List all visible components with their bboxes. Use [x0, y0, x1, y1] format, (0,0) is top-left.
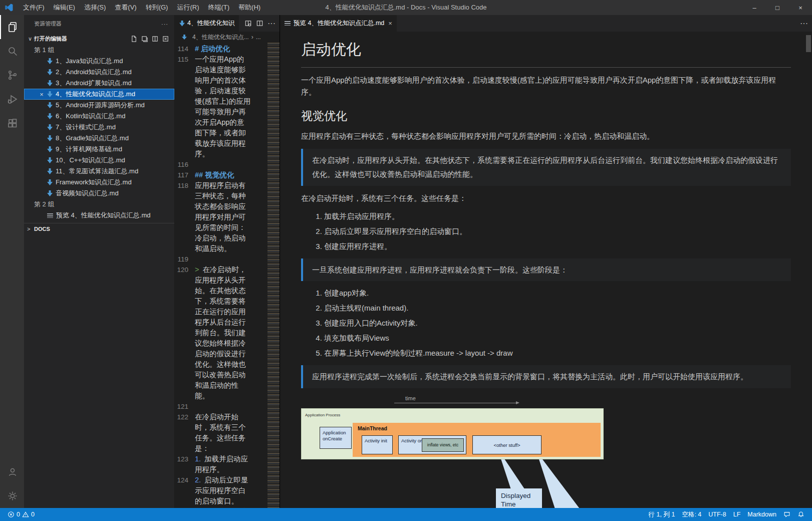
open-editor-item[interactable]: 3、Android扩展知识点.md [24, 78, 174, 89]
list-item: 创建应用入口的Activity对象. [324, 318, 791, 328]
minimap[interactable] [267, 43, 280, 508]
list-item: 填充加载布局Views [324, 333, 791, 343]
open-editors-section[interactable]: ∨ 打开的编辑器 [24, 33, 174, 45]
docs-folder-section[interactable]: > DOCS [24, 223, 174, 234]
search-icon[interactable] [0, 39, 24, 63]
split-layout-icon[interactable] [151, 35, 159, 43]
preview-h2: 视觉优化 [301, 108, 791, 124]
explorer-sidebar: 资源管理器 ··· ∨ 打开的编辑器 第 1 组 1、Java知识点汇总.md [24, 15, 174, 508]
application-process-label: Application Process [305, 413, 340, 417]
account-icon[interactable] [0, 460, 24, 484]
markdown-file-icon [47, 124, 53, 130]
other-stuff-box: <other stuff> [472, 435, 542, 454]
mainthread-box: MainThread Activity init Activity onCrea… [353, 423, 601, 457]
close-window-button[interactable]: × [789, 0, 812, 15]
source-control-icon[interactable] [0, 63, 24, 87]
open-editor-item[interactable]: 7、设计模式汇总.md [24, 122, 174, 133]
application-process-box: Application Process Application onCreate… [301, 408, 604, 459]
markdown-file-icon [47, 135, 53, 141]
save-all-icon[interactable] [141, 35, 148, 43]
code-editor[interactable]: 114# 启动优化 115一个应用App的启动速度能够影响用户的首次体验，启动速… [175, 43, 280, 508]
error-icon [8, 511, 15, 518]
maximize-button[interactable]: □ [766, 0, 789, 15]
markdown-file-icon [47, 91, 53, 97]
split-editor-icon[interactable] [256, 20, 263, 27]
markdown-file-icon [47, 179, 53, 185]
open-editor-item[interactable]: 6、Kotlin知识点汇总.md [24, 111, 174, 122]
sidebar-title: 资源管理器 [34, 20, 62, 28]
menu-goto[interactable]: 转到(G) [141, 0, 173, 15]
markdown-file-icon [47, 168, 53, 174]
preview-file-icon [285, 21, 291, 26]
open-editor-item-active[interactable]: × 4、性能优化知识点汇总.md [24, 89, 174, 100]
new-untitled-file-icon[interactable] [130, 35, 138, 43]
close-icon[interactable]: × [388, 20, 392, 27]
problems-indicator[interactable]: 0 0 [4, 508, 38, 521]
editor-more-actions-icon[interactable]: ··· [267, 19, 276, 28]
close-all-editors-icon[interactable] [162, 35, 169, 43]
preview-pane: 预览 4、性能优化知识点汇总.md × ··· 启动优化 一个应用App的启动速… [280, 15, 812, 508]
list-item: 创建app对象. [324, 288, 791, 298]
language-mode[interactable]: Markdown [744, 508, 780, 521]
preview-ordered-list: 加载并启动应用程序。 启动后立即显示应用程序空白的启动窗口。 创建应用程序进程。 [301, 211, 791, 251]
application-oncreate-box: Application onCreate [320, 427, 352, 449]
open-editor-item[interactable]: 11、常见面试算法题汇总.md [24, 166, 174, 177]
preview-blockquote: 应用程序进程完成第一次绘制后，系统进程会交换当前显示的背景窗口，将其替换为主活动… [301, 365, 791, 388]
inflate-views-box: inflate views, etc [422, 438, 464, 452]
markdown-file-icon [47, 113, 53, 119]
open-editor-item-preview[interactable]: 预览 4、性能优化知识点汇总.md [24, 210, 174, 221]
time-axis-label: time [405, 395, 416, 401]
breadcrumb[interactable]: 4、性能优化知识点... › ... [175, 32, 280, 43]
vscode-window: 4、性能优化知识点汇总.md - Docs - Visual Studio Co… [0, 0, 812, 521]
open-editor-item[interactable]: 10、C++知识点汇总.md [24, 155, 174, 166]
preview-paragraph: 应用程序启动有三种状态，每种状态都会影响应用程序对用户可见所需的时间：冷启动，热… [301, 130, 791, 142]
open-editor-item[interactable]: 5、Android开源库源码分析.md [24, 100, 174, 111]
sidebar-more-actions-icon[interactable]: ··· [161, 21, 168, 27]
open-editor-item[interactable]: Framework知识点汇总.md [24, 177, 174, 188]
menu-edit[interactable]: 编辑(E) [49, 0, 80, 15]
menu-terminal[interactable]: 终端(T) [203, 0, 234, 15]
close-icon[interactable]: × [36, 91, 47, 98]
encoding[interactable]: UTF-8 [705, 508, 729, 521]
menu-run[interactable]: 运行(R) [172, 0, 203, 15]
eol-sequence[interactable]: LF [730, 508, 744, 521]
menu-help[interactable]: 帮助(H) [234, 0, 265, 15]
tab-markdown-preview[interactable]: 预览 4、性能优化知识点汇总.md × [280, 15, 397, 32]
menu-view[interactable]: 查看(V) [110, 0, 141, 15]
settings-gear-icon[interactable] [0, 484, 24, 508]
open-editor-item[interactable]: 音视频知识点汇总.md [24, 188, 174, 199]
title-bar: 4、性能优化知识点汇总.md - Docs - Visual Studio Co… [0, 0, 812, 15]
preview-tab-bar: 预览 4、性能优化知识点汇总.md × ··· [280, 15, 812, 32]
preview-ordered-list: 创建app对象. 启动主线程(main thread). 创建应用入口的Acti… [301, 288, 791, 358]
preview-scrollbar[interactable] [806, 35, 811, 52]
cursor-position[interactable]: 行 1, 列 1 [645, 508, 679, 521]
notifications-bell-icon[interactable] [794, 508, 808, 521]
markdown-file-icon [47, 146, 53, 152]
menu-file[interactable]: 文件(F) [19, 0, 49, 15]
chevron-down-icon: ∨ [26, 36, 34, 42]
minimize-button[interactable]: – [743, 0, 766, 15]
explorer-icon[interactable] [0, 15, 24, 39]
run-debug-icon[interactable] [0, 87, 24, 111]
open-editor-item[interactable]: 2、Android知识点汇总.md [24, 67, 174, 78]
menu-selection[interactable]: 选择(S) [80, 0, 110, 15]
preview-blockquote: 在冷启动时，应用程序从头开始。在其他状态下，系统需要将正在运行的应用程序从后台运… [301, 149, 791, 186]
preview-h1: 启动优化 [301, 40, 791, 68]
list-item: 在屏幕上执行View的绘制过程.measure -> layout -> dra… [324, 348, 791, 358]
indentation[interactable]: 空格: 4 [678, 508, 705, 521]
activity-init-box: Activity init [362, 435, 393, 454]
markdown-preview-content[interactable]: 启动优化 一个应用App的启动速度能够影响用户的首次体验，启动速度较慢(感官上)… [280, 32, 812, 508]
displayed-time-callout-pointer [498, 459, 531, 489]
tab-markdown-source[interactable]: 4、性能优化知识 [175, 15, 239, 32]
feedback-icon[interactable] [780, 508, 794, 521]
open-editor-item[interactable]: 9、计算机网络基础.md [24, 144, 174, 155]
preview-more-actions-icon[interactable]: ··· [800, 19, 808, 28]
open-editor-item[interactable]: 1、Java知识点汇总.md [24, 56, 174, 67]
open-preview-icon[interactable] [244, 20, 252, 27]
warning-icon [22, 511, 29, 518]
editor-group-1-label: 第 1 组 [24, 45, 174, 56]
extensions-icon[interactable] [0, 111, 24, 135]
status-bar: 0 0 行 1, 列 1 空格: 4 UTF-8 LF Markdown [0, 508, 812, 521]
editor-group-2-label: 第 2 组 [24, 199, 174, 210]
open-editor-item[interactable]: 8、Gradle知识点汇总.md [24, 133, 174, 144]
